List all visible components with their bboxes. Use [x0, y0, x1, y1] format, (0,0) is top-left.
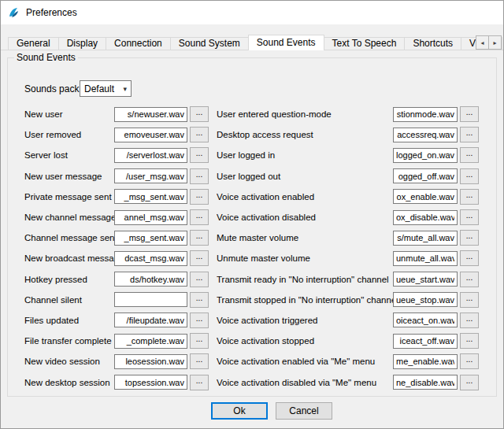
browse-button[interactable]: ...: [190, 189, 209, 205]
window-title: Preferences: [26, 7, 77, 18]
sound-file-input[interactable]: [114, 148, 187, 163]
sound-file-input[interactable]: [114, 107, 187, 122]
browse-button[interactable]: ...: [460, 272, 479, 287]
table-row: Files updated ... Voice activation trigg…: [24, 310, 479, 331]
event-label: New broadcast message: [24, 253, 114, 263]
tab-scroll-right-button[interactable]: ▸: [488, 35, 502, 50]
browse-button[interactable]: ...: [190, 230, 209, 246]
sound-event-rows: New user ... User entered question-mode …: [24, 104, 479, 393]
event-label: New desktop session: [24, 378, 114, 387]
left-arrow-icon: ◂: [480, 39, 484, 46]
tab-sound-system[interactable]: Sound System: [170, 37, 249, 50]
event-label: User logged out: [217, 172, 393, 181]
tab-connection[interactable]: Connection: [106, 37, 171, 50]
sound-file-input[interactable]: [114, 251, 187, 266]
sound-file-input[interactable]: [393, 107, 458, 122]
browse-button[interactable]: ...: [190, 209, 209, 225]
browse-button[interactable]: ...: [460, 230, 479, 246]
browse-button[interactable]: ...: [460, 292, 479, 308]
browse-button[interactable]: ...: [190, 250, 209, 266]
sound-file-input[interactable]: [393, 354, 458, 369]
cancel-button[interactable]: Cancel: [276, 402, 332, 420]
sound-file-input[interactable]: [114, 272, 187, 287]
event-label: Desktop access request: [217, 130, 393, 139]
browse-button[interactable]: ...: [460, 375, 479, 390]
browse-button[interactable]: ...: [190, 333, 209, 349]
event-label: New video session: [24, 357, 114, 366]
sound-file-input[interactable]: [393, 251, 458, 266]
sound-file-input[interactable]: [393, 313, 458, 327]
browse-button[interactable]: ...: [190, 168, 209, 184]
browse-button[interactable]: ...: [190, 147, 209, 163]
tab-sound-events[interactable]: Sound Events: [248, 35, 324, 50]
sound-file-input[interactable]: [393, 231, 458, 246]
sounds-pack-select[interactable]: Default ▾: [80, 80, 132, 97]
tab-bar: General Display Connection Sound System …: [8, 35, 503, 50]
app-icon: [7, 6, 20, 19]
browse-button[interactable]: ...: [190, 106, 209, 122]
sounds-pack-row: Sounds pack Default ▾: [24, 80, 132, 97]
table-row: User removed ... Desktop access request …: [24, 124, 479, 145]
table-row: New user ... User entered question-mode …: [24, 104, 479, 124]
browse-button[interactable]: ...: [460, 313, 479, 328]
browse-button[interactable]: ...: [460, 209, 479, 225]
sound-file-input[interactable]: [393, 375, 458, 390]
tab-text-to-speech[interactable]: Text To Speech: [324, 37, 406, 50]
event-label: Channel silent: [24, 295, 114, 305]
sound-file-input[interactable]: [114, 354, 187, 369]
ok-button[interactable]: Ok: [211, 402, 268, 420]
table-row: New channel message ... Voice activation…: [24, 207, 479, 227]
sound-file-input[interactable]: [393, 148, 458, 163]
browse-button[interactable]: ...: [190, 375, 209, 390]
event-label: Private message sent: [24, 192, 114, 202]
table-row: New broadcast message ... Unmute master …: [24, 248, 479, 268]
sound-file-input[interactable]: [393, 292, 458, 307]
table-row: New video session ... Voice activation e…: [24, 351, 479, 372]
sound-file-input[interactable]: [114, 210, 187, 225]
sound-file-input[interactable]: [393, 334, 458, 349]
event-label: Server lost: [24, 150, 114, 160]
event-label: User removed: [24, 130, 114, 139]
sound-file-input[interactable]: [114, 168, 187, 183]
browse-button[interactable]: ...: [460, 106, 479, 122]
table-row: Channel silent ... Transmit stopped in "…: [24, 290, 479, 310]
browse-button[interactable]: ...: [190, 353, 209, 369]
browse-button[interactable]: ...: [190, 127, 209, 142]
sound-file-input[interactable]: [114, 231, 187, 246]
sound-file-input[interactable]: [393, 210, 458, 225]
browse-button[interactable]: ...: [460, 333, 479, 349]
sound-file-input[interactable]: [114, 334, 187, 349]
event-label: Mute master volume: [217, 233, 393, 242]
tab-general[interactable]: General: [8, 37, 59, 50]
browse-button[interactable]: ...: [460, 250, 479, 266]
sound-file-input[interactable]: [393, 128, 458, 142]
sound-file-input[interactable]: [393, 272, 458, 287]
event-label: Voice activation enabled via "Me" menu: [217, 357, 393, 366]
table-row: Server lost ... User logged in ...: [24, 145, 479, 165]
browse-button[interactable]: ...: [190, 292, 209, 308]
browse-button[interactable]: ...: [460, 127, 479, 142]
event-label: New user message: [24, 172, 114, 181]
table-row: New desktop session ... Voice activation…: [24, 372, 479, 392]
event-label: New channel message: [24, 213, 114, 222]
browse-button[interactable]: ...: [460, 147, 479, 163]
preferences-window: Preferences General Display Connection S…: [0, 0, 504, 429]
sound-file-input[interactable]: [114, 375, 187, 390]
browse-button[interactable]: ...: [190, 313, 209, 328]
browse-button[interactable]: ...: [460, 353, 479, 369]
browse-button[interactable]: ...: [190, 272, 209, 287]
tab-shortcuts[interactable]: Shortcuts: [404, 37, 461, 50]
table-row: Channel message sent ... Mute master vol…: [24, 227, 479, 248]
sound-file-input[interactable]: [114, 189, 187, 204]
sound-file-input[interactable]: [114, 128, 187, 142]
sound-file-input[interactable]: [114, 292, 187, 307]
sound-file-input[interactable]: [393, 168, 458, 183]
tab-scroll-left-button[interactable]: ◂: [476, 35, 489, 50]
tab-display[interactable]: Display: [58, 37, 106, 50]
event-label: New user: [24, 109, 114, 119]
browse-button[interactable]: ...: [460, 189, 479, 205]
browse-button[interactable]: ...: [460, 168, 479, 184]
event-label: Voice activation enabled: [217, 192, 393, 202]
sound-file-input[interactable]: [393, 189, 458, 204]
sound-file-input[interactable]: [114, 313, 187, 327]
